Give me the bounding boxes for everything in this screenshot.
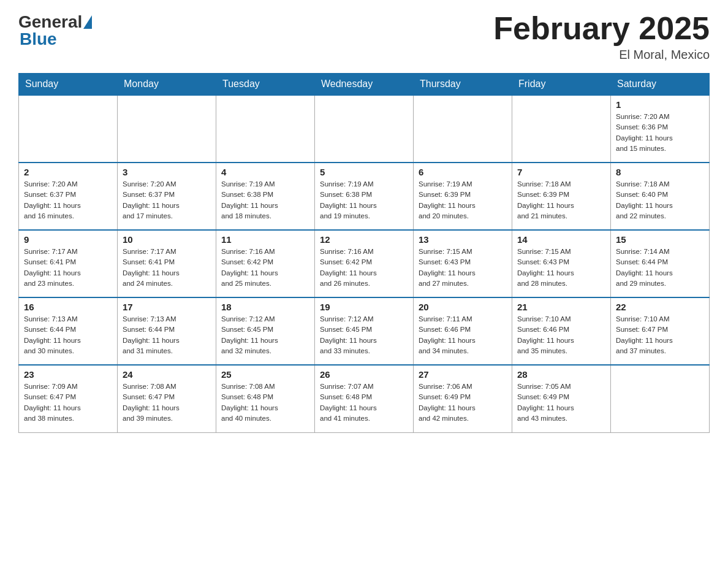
day-info: Sunrise: 7:20 AMSunset: 6:36 PMDaylight:… <box>616 112 704 154</box>
calendar-cell: 22Sunrise: 7:10 AMSunset: 6:47 PMDayligh… <box>611 297 710 365</box>
logo: General Blue <box>18 12 93 49</box>
calendar-cell <box>315 95 414 163</box>
day-info: Sunrise: 7:09 AMSunset: 6:47 PMDaylight:… <box>24 381 112 424</box>
day-number: 18 <box>221 302 309 312</box>
header: General Blue February 2025 El Moral, Mex… <box>18 12 710 62</box>
day-number: 10 <box>123 234 211 245</box>
day-number: 20 <box>419 302 507 312</box>
calendar-cell <box>611 365 710 432</box>
calendar-table: SundayMondayTuesdayWednesdayThursdayFrid… <box>18 73 710 433</box>
day-info: Sunrise: 7:19 AMSunset: 6:38 PMDaylight:… <box>221 179 309 221</box>
week-row-2: 2Sunrise: 7:20 AMSunset: 6:37 PMDaylight… <box>19 163 710 230</box>
day-info: Sunrise: 7:16 AMSunset: 6:42 PMDaylight:… <box>320 247 408 289</box>
day-info: Sunrise: 7:12 AMSunset: 6:45 PMDaylight:… <box>320 314 408 356</box>
calendar-cell <box>216 95 315 163</box>
day-info: Sunrise: 7:15 AMSunset: 6:43 PMDaylight:… <box>419 247 507 289</box>
day-number: 6 <box>419 167 507 177</box>
calendar-cell: 16Sunrise: 7:13 AMSunset: 6:44 PMDayligh… <box>19 297 118 365</box>
calendar-cell: 18Sunrise: 7:12 AMSunset: 6:45 PMDayligh… <box>216 297 315 365</box>
day-number: 13 <box>419 234 507 245</box>
day-number: 8 <box>616 167 704 177</box>
day-number: 4 <box>221 167 309 177</box>
calendar-cell <box>414 95 512 163</box>
calendar-cell: 28Sunrise: 7:05 AMSunset: 6:49 PMDayligh… <box>512 365 611 432</box>
day-info: Sunrise: 7:18 AMSunset: 6:39 PMDaylight:… <box>517 179 605 221</box>
day-info: Sunrise: 7:19 AMSunset: 6:38 PMDaylight:… <box>320 179 408 221</box>
day-header-monday: Monday <box>118 74 216 96</box>
day-info: Sunrise: 7:16 AMSunset: 6:42 PMDaylight:… <box>221 247 309 289</box>
day-info: Sunrise: 7:07 AMSunset: 6:48 PMDaylight:… <box>320 381 408 424</box>
day-info: Sunrise: 7:19 AMSunset: 6:39 PMDaylight:… <box>419 179 507 221</box>
day-info: Sunrise: 7:08 AMSunset: 6:48 PMDaylight:… <box>221 381 309 424</box>
day-number: 1 <box>616 99 704 110</box>
calendar-cell: 17Sunrise: 7:13 AMSunset: 6:44 PMDayligh… <box>118 297 216 365</box>
calendar-cell: 3Sunrise: 7:20 AMSunset: 6:37 PMDaylight… <box>118 163 216 230</box>
day-header-tuesday: Tuesday <box>216 74 315 96</box>
day-number: 14 <box>517 234 605 245</box>
calendar-cell <box>118 95 216 163</box>
day-number: 16 <box>24 302 112 312</box>
calendar-cell: 26Sunrise: 7:07 AMSunset: 6:48 PMDayligh… <box>315 365 414 432</box>
day-info: Sunrise: 7:06 AMSunset: 6:49 PMDaylight:… <box>419 381 507 424</box>
calendar-cell: 14Sunrise: 7:15 AMSunset: 6:43 PMDayligh… <box>512 230 611 297</box>
day-info: Sunrise: 7:13 AMSunset: 6:44 PMDaylight:… <box>24 314 112 356</box>
day-header-saturday: Saturday <box>611 74 710 96</box>
day-number: 11 <box>221 234 309 245</box>
day-number: 12 <box>320 234 408 245</box>
calendar-cell: 7Sunrise: 7:18 AMSunset: 6:39 PMDaylight… <box>512 163 611 230</box>
calendar-cell: 19Sunrise: 7:12 AMSunset: 6:45 PMDayligh… <box>315 297 414 365</box>
day-number: 7 <box>517 167 605 177</box>
logo-blue-text: Blue <box>20 29 57 49</box>
calendar-cell: 8Sunrise: 7:18 AMSunset: 6:40 PMDaylight… <box>611 163 710 230</box>
calendar-cell: 13Sunrise: 7:15 AMSunset: 6:43 PMDayligh… <box>414 230 512 297</box>
week-row-4: 16Sunrise: 7:13 AMSunset: 6:44 PMDayligh… <box>19 297 710 365</box>
calendar-cell: 23Sunrise: 7:09 AMSunset: 6:47 PMDayligh… <box>19 365 118 432</box>
calendar-cell: 10Sunrise: 7:17 AMSunset: 6:41 PMDayligh… <box>118 230 216 297</box>
day-info: Sunrise: 7:10 AMSunset: 6:47 PMDaylight:… <box>616 314 704 356</box>
calendar-cell: 2Sunrise: 7:20 AMSunset: 6:37 PMDaylight… <box>19 163 118 230</box>
day-number: 3 <box>123 167 211 177</box>
day-info: Sunrise: 7:05 AMSunset: 6:49 PMDaylight:… <box>517 381 605 424</box>
location-label: El Moral, Mexico <box>493 48 710 62</box>
day-info: Sunrise: 7:17 AMSunset: 6:41 PMDaylight:… <box>123 247 211 289</box>
day-info: Sunrise: 7:17 AMSunset: 6:41 PMDaylight:… <box>24 247 112 289</box>
calendar-cell: 20Sunrise: 7:11 AMSunset: 6:46 PMDayligh… <box>414 297 512 365</box>
calendar-cell: 4Sunrise: 7:19 AMSunset: 6:38 PMDaylight… <box>216 163 315 230</box>
calendar-cell: 25Sunrise: 7:08 AMSunset: 6:48 PMDayligh… <box>216 365 315 432</box>
calendar-cell <box>512 95 611 163</box>
day-info: Sunrise: 7:08 AMSunset: 6:47 PMDaylight:… <box>123 381 211 424</box>
day-info: Sunrise: 7:20 AMSunset: 6:37 PMDaylight:… <box>123 179 211 221</box>
day-header-sunday: Sunday <box>19 74 118 96</box>
day-number: 22 <box>616 302 704 312</box>
title-area: February 2025 El Moral, Mexico <box>493 12 710 62</box>
day-header-friday: Friday <box>512 74 611 96</box>
calendar-cell: 11Sunrise: 7:16 AMSunset: 6:42 PMDayligh… <box>216 230 315 297</box>
calendar-cell: 24Sunrise: 7:08 AMSunset: 6:47 PMDayligh… <box>118 365 216 432</box>
day-info: Sunrise: 7:11 AMSunset: 6:46 PMDaylight:… <box>419 314 507 356</box>
day-number: 15 <box>616 234 704 245</box>
calendar-cell: 1Sunrise: 7:20 AMSunset: 6:36 PMDaylight… <box>611 95 710 163</box>
calendar-cell: 15Sunrise: 7:14 AMSunset: 6:44 PMDayligh… <box>611 230 710 297</box>
day-info: Sunrise: 7:20 AMSunset: 6:37 PMDaylight:… <box>24 179 112 221</box>
day-info: Sunrise: 7:18 AMSunset: 6:40 PMDaylight:… <box>616 179 704 221</box>
logo-triangle-icon <box>83 15 92 29</box>
day-number: 17 <box>123 302 211 312</box>
day-number: 28 <box>517 369 605 380</box>
calendar-cell: 6Sunrise: 7:19 AMSunset: 6:39 PMDaylight… <box>414 163 512 230</box>
day-number: 27 <box>419 369 507 380</box>
day-number: 19 <box>320 302 408 312</box>
day-number: 26 <box>320 369 408 380</box>
day-info: Sunrise: 7:15 AMSunset: 6:43 PMDaylight:… <box>517 247 605 289</box>
day-info: Sunrise: 7:12 AMSunset: 6:45 PMDaylight:… <box>221 314 309 356</box>
day-number: 2 <box>24 167 112 177</box>
calendar-header-row: SundayMondayTuesdayWednesdayThursdayFrid… <box>19 74 710 96</box>
day-info: Sunrise: 7:13 AMSunset: 6:44 PMDaylight:… <box>123 314 211 356</box>
day-number: 24 <box>123 369 211 380</box>
calendar-cell: 5Sunrise: 7:19 AMSunset: 6:38 PMDaylight… <box>315 163 414 230</box>
day-number: 9 <box>24 234 112 245</box>
day-header-thursday: Thursday <box>414 74 512 96</box>
day-number: 21 <box>517 302 605 312</box>
week-row-3: 9Sunrise: 7:17 AMSunset: 6:41 PMDaylight… <box>19 230 710 297</box>
calendar-cell <box>19 95 118 163</box>
calendar-cell: 12Sunrise: 7:16 AMSunset: 6:42 PMDayligh… <box>315 230 414 297</box>
